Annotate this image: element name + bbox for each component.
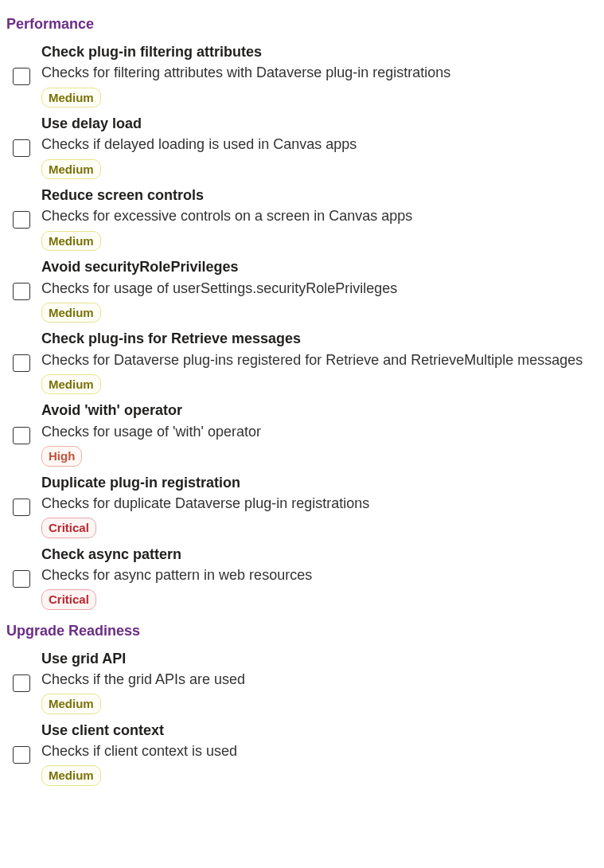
rule-item: Duplicate plug-in registrationChecks for… xyxy=(6,473,598,542)
rule-description: Checks for async pattern in web resource… xyxy=(41,565,598,585)
rule-title: Use grid API xyxy=(41,649,598,668)
rule-title: Check plug-ins for Retrieve messages xyxy=(41,329,598,348)
rule-item: Avoid securityRolePrivilegesChecks for u… xyxy=(6,257,598,326)
rule-description: Checks for Dataverse plug-ins registered… xyxy=(41,350,598,369)
rule-description: Checks for duplicate Dataverse plug-in r… xyxy=(41,494,598,513)
rule-checkbox[interactable] xyxy=(13,674,30,692)
severity-badge: Medium xyxy=(41,765,101,786)
severity-badge: Medium xyxy=(41,231,101,252)
rule-description: Checks if the grid APIs are used xyxy=(41,670,598,689)
rule-body: Avoid 'with' operatorChecks for usage of… xyxy=(41,401,598,469)
severity-badge: Medium xyxy=(41,694,101,714)
rule-item: Check plug-ins for Retrieve messagesChec… xyxy=(6,329,598,397)
rule-item: Use delay loadChecks if delayed loading … xyxy=(6,114,598,182)
rule-body: Check plug-in filtering attributesChecks… xyxy=(41,42,598,111)
rule-checkbox[interactable] xyxy=(13,570,30,588)
rule-checkbox[interactable] xyxy=(13,427,30,444)
rule-description: Checks for excessive controls on a scree… xyxy=(41,206,598,225)
rule-title: Reduce screen controls xyxy=(41,186,598,205)
severity-badge: Medium xyxy=(41,159,101,180)
rule-title: Use delay load xyxy=(41,114,598,133)
section-title: Upgrade Readiness xyxy=(6,623,598,639)
rule-body: Check plug-ins for Retrieve messagesChec… xyxy=(41,329,598,397)
rule-checkbox[interactable] xyxy=(13,211,30,229)
rule-checkbox[interactable] xyxy=(13,354,30,372)
severity-badge: Medium xyxy=(41,88,101,108)
rule-checkbox[interactable] xyxy=(13,68,30,85)
rule-item: Use client contextChecks if client conte… xyxy=(6,721,598,789)
rule-checkbox[interactable] xyxy=(13,499,30,516)
severity-badge: High xyxy=(41,446,82,467)
rule-description: Checks for usage of userSettings.securit… xyxy=(41,279,598,298)
rule-body: Avoid securityRolePrivilegesChecks for u… xyxy=(41,257,598,326)
rule-description: Checks for filtering attributes with Dat… xyxy=(41,63,598,82)
rule-item: Check async patternChecks for async patt… xyxy=(6,545,598,613)
section-title: Performance xyxy=(6,16,598,33)
rule-item: Check plug-in filtering attributesChecks… xyxy=(6,42,598,111)
rule-description: Checks for usage of 'with' operator xyxy=(41,422,598,441)
rule-checkbox[interactable] xyxy=(13,746,30,764)
rule-item: Reduce screen controlsChecks for excessi… xyxy=(6,186,598,254)
rule-body: Duplicate plug-in registrationChecks for… xyxy=(41,473,598,542)
rule-title: Check async pattern xyxy=(41,545,598,564)
rule-checkbox[interactable] xyxy=(13,139,30,157)
rule-body: Use client contextChecks if client conte… xyxy=(41,721,598,789)
rule-body: Check async patternChecks for async patt… xyxy=(41,545,598,613)
rule-title: Avoid 'with' operator xyxy=(41,401,598,420)
rule-title: Check plug-in filtering attributes xyxy=(41,42,598,61)
rule-title: Duplicate plug-in registration xyxy=(41,473,598,492)
rule-body: Use grid APIChecks if the grid APIs are … xyxy=(41,649,598,717)
rule-description: Checks if client context is used xyxy=(41,741,598,760)
rule-body: Use delay loadChecks if delayed loading … xyxy=(41,114,598,182)
rule-item: Avoid 'with' operatorChecks for usage of… xyxy=(6,401,598,469)
severity-badge: Critical xyxy=(41,589,96,610)
rule-item: Use grid APIChecks if the grid APIs are … xyxy=(6,649,598,717)
rule-checkbox[interactable] xyxy=(13,283,30,300)
rule-title: Use client context xyxy=(41,721,598,740)
rule-title: Avoid securityRolePrivileges xyxy=(41,257,598,276)
severity-badge: Critical xyxy=(41,518,96,538)
severity-badge: Medium xyxy=(41,374,101,395)
rule-description: Checks if delayed loading is used in Can… xyxy=(41,135,598,154)
severity-badge: Medium xyxy=(41,303,101,323)
rule-body: Reduce screen controlsChecks for excessi… xyxy=(41,186,598,254)
